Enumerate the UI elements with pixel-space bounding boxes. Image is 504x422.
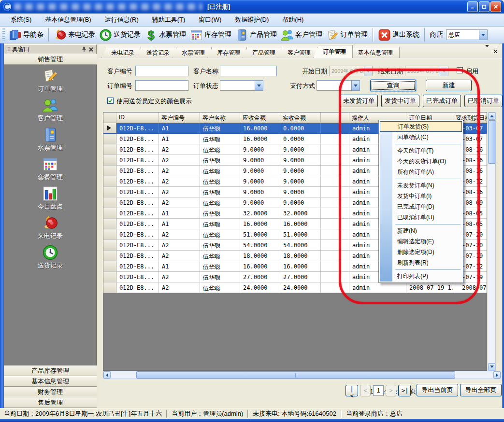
- toolbar-call-record-button[interactable]: 来电记录: [52, 28, 97, 42]
- scroll-left-icon[interactable]: [103, 371, 111, 379]
- sidebar-item-ticket-manage[interactable]: 水票管理: [4, 127, 97, 152]
- context-item-cancelled[interactable]: 已取消订单(U): [380, 212, 462, 223]
- toolbar-order-manage-button[interactable]: 订单管理: [324, 28, 370, 42]
- vertical-scroll-thumb[interactable]: [488, 120, 495, 164]
- row-header-cell[interactable]: [103, 176, 116, 187]
- row-header-cell[interactable]: [103, 144, 116, 155]
- sidebar-item-combo-manage[interactable]: 套餐管理: [4, 156, 97, 182]
- end-date-picker[interactable]: 2009年 6月 8日: [405, 66, 448, 76]
- column-header-1[interactable]: 客户编号: [159, 113, 200, 123]
- row-header-cell[interactable]: [103, 282, 116, 293]
- prev-page-button[interactable]: <: [360, 385, 371, 396]
- column-header-5[interactable]: [321, 113, 349, 123]
- context-item-today-ship-orders[interactable]: 今天的发货订单(O): [380, 156, 462, 167]
- order-no-input[interactable]: [135, 80, 188, 91]
- context-item-today-orders[interactable]: 今天的订单(T): [380, 145, 462, 156]
- menu-window[interactable]: 窗口(W): [192, 14, 228, 26]
- sidebar-item-order-manage[interactable]: 订单管理: [4, 68, 97, 93]
- context-item-receipt-confirm[interactable]: 回单确认(C): [380, 132, 462, 142]
- maximize-button[interactable]: [479, 1, 490, 12]
- sidebar-group-product-stock[interactable]: 产品库存管理: [4, 366, 97, 376]
- enable-checkbox[interactable]: [457, 67, 463, 73]
- start-date-picker[interactable]: 2009年 6月 8日: [329, 66, 373, 76]
- query-button[interactable]: 查询: [370, 80, 416, 91]
- order-status-select[interactable]: [220, 80, 263, 91]
- pay-method-select[interactable]: [317, 80, 360, 91]
- tool-window-close-icon[interactable]: [87, 46, 94, 53]
- toolbar-exit-button[interactable]: 退出系统: [376, 28, 421, 42]
- toolbar-ticket-manage-button[interactable]: $水票管理: [143, 28, 188, 42]
- customer-no-input[interactable]: [135, 66, 188, 76]
- export-all-pages-button[interactable]: 导出全部页: [460, 384, 502, 396]
- sidebar-item-call-record[interactable]: 来电记录: [4, 215, 97, 240]
- context-item-delete-selected[interactable]: 删除选定项(D): [380, 247, 462, 257]
- sidebar-item-delivery-record[interactable]: 送货记录: [4, 244, 97, 270]
- toolbar-grip[interactable]: [2, 28, 5, 41]
- tab-inventory-manage[interactable]: 库存管理: [207, 47, 247, 58]
- first-page-button[interactable]: |<: [346, 385, 358, 396]
- row-header-cell[interactable]: [103, 251, 116, 261]
- row-header-cell[interactable]: [103, 134, 116, 144]
- last-page-button[interactable]: >|: [398, 385, 411, 396]
- toolbar-navbar-button[interactable]: 导航条: [7, 28, 45, 42]
- row-header-cell[interactable]: [103, 187, 116, 197]
- sidebar-group-finance[interactable]: 财务管理: [4, 387, 97, 397]
- context-item-print-list[interactable]: 打印列表(P): [380, 271, 462, 281]
- export-current-page-button[interactable]: 导出当前页: [417, 384, 458, 396]
- row-header-cell[interactable]: [103, 272, 116, 282]
- row-header-cell[interactable]: [103, 229, 116, 240]
- start-date-arrow[interactable]: [364, 66, 372, 76]
- tab-delivery-record[interactable]: 送货记录: [137, 47, 176, 58]
- toolbar-customer-manage-button[interactable]: 客户管理: [279, 28, 324, 42]
- pin-icon[interactable]: [81, 46, 87, 53]
- close-button[interactable]: [490, 1, 501, 12]
- row-header-cell[interactable]: [103, 240, 116, 251]
- menu-help[interactable]: 帮助(H): [275, 14, 310, 26]
- status-filter-button-1[interactable]: 发货中订单: [381, 95, 419, 107]
- context-item-new[interactable]: 新建(N): [380, 225, 462, 236]
- tab-call-record[interactable]: 来电记录: [101, 47, 141, 58]
- next-page-button[interactable]: >: [386, 385, 396, 396]
- tab-order-manage[interactable]: 订单管理: [313, 45, 353, 58]
- row-header-cell[interactable]: [103, 261, 116, 272]
- context-item-order-ship[interactable]: 订单发货(S): [380, 121, 462, 132]
- scroll-right-icon[interactable]: [493, 371, 501, 379]
- toolbar-inventory-manage-button[interactable]: 库存管理: [188, 28, 233, 42]
- tab-product-manage[interactable]: 产品管理: [243, 47, 282, 58]
- sidebar-item-today-check[interactable]: 今日盘点: [4, 185, 97, 211]
- column-header-3[interactable]: 应收金额: [240, 113, 280, 123]
- minimize-button[interactable]: [467, 1, 478, 12]
- color-display-checkbox[interactable]: [107, 98, 114, 104]
- menu-tools[interactable]: 辅助工具(T): [145, 14, 192, 26]
- tab-list-dropdown-icon[interactable]: [485, 47, 489, 56]
- sidebar-item-customer-manage[interactable]: 客户管理: [4, 97, 97, 123]
- menu-basic-info[interactable]: 基本信息管理(B): [38, 14, 98, 26]
- row-header-cell[interactable]: [103, 123, 116, 134]
- row-header-cell[interactable]: [103, 197, 116, 208]
- tab-customer-manage[interactable]: 客户管理: [278, 47, 317, 58]
- tab-basic-info[interactable]: 基本信息管理: [348, 47, 400, 58]
- row-header-cell[interactable]: [103, 166, 116, 176]
- scroll-down-icon[interactable]: [488, 363, 495, 370]
- row-header-cell[interactable]: [103, 155, 116, 166]
- tab-ticket-manage[interactable]: 水票管理: [172, 47, 212, 58]
- status-filter-button-3[interactable]: 已取消订单: [464, 95, 503, 107]
- context-item-unshipped[interactable]: 未发货订单(N): [380, 180, 462, 191]
- context-item-refresh-list[interactable]: 刷新列表(R): [380, 257, 462, 268]
- shop-select-arrow[interactable]: [479, 30, 487, 40]
- row-header-cell[interactable]: [103, 219, 116, 229]
- vertical-scrollbar[interactable]: [488, 112, 496, 371]
- column-header-4[interactable]: 实收金额: [280, 113, 321, 123]
- context-item-completed[interactable]: 已完成订单(D): [380, 201, 462, 212]
- horizontal-scrollbar[interactable]: [103, 371, 501, 379]
- sidebar-group-sales[interactable]: 销售管理: [4, 54, 97, 65]
- new-button[interactable]: 新建: [426, 80, 472, 91]
- toolbar-product-manage-button[interactable]: 产品管理: [233, 28, 279, 42]
- status-filter-button-2[interactable]: 已完成订单: [423, 95, 461, 107]
- pay-method-arrow[interactable]: [351, 81, 360, 90]
- column-header-2[interactable]: 客户名称: [200, 113, 240, 123]
- context-item-edit-selected[interactable]: 编辑选定项(E): [380, 236, 462, 247]
- menu-system[interactable]: 系统(S): [4, 14, 38, 26]
- horizontal-scroll-thumb[interactable]: [136, 371, 455, 379]
- toolbar-delivery-record-button[interactable]: 送货记录: [97, 28, 143, 42]
